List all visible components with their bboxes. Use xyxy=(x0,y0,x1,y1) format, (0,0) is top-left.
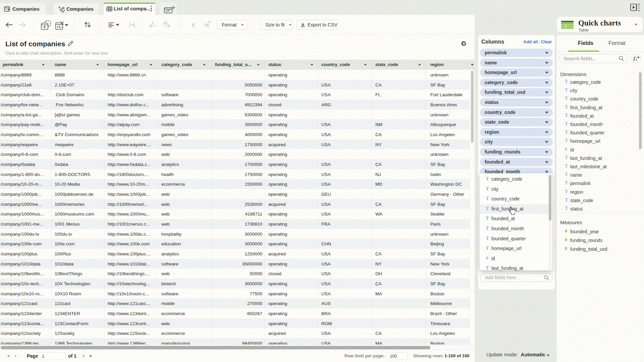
svg-text:.00: .00 xyxy=(162,21,167,25)
svg-text:²: ² xyxy=(179,22,180,27)
svg-text:.0: .0 xyxy=(151,21,154,25)
svg-text:$: $ xyxy=(192,22,195,28)
svg-text:x: x xyxy=(635,57,638,62)
